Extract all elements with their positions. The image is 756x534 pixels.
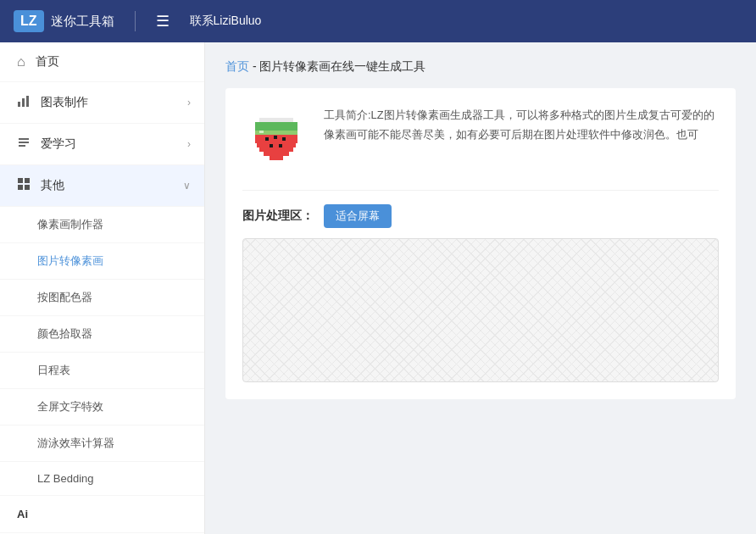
svg-rect-6 — [18, 178, 23, 183]
menu-icon[interactable]: ☰ — [156, 12, 170, 31]
svg-rect-18 — [259, 147, 293, 152]
sidebar-sub-item-label-fullscreen-text: 全屏文字特效 — [37, 400, 103, 413]
tool-icon-area — [242, 105, 310, 173]
sidebar-sub-item-fullscreen-text[interactable]: 全屏文字特效 — [0, 389, 204, 426]
content-card: 工具简介:LZ图片转像素画生成器工具，可以将多种格式的图片生成复古可爱的的像素画… — [225, 88, 736, 399]
svg-rect-20 — [270, 156, 283, 160]
sidebar-item-learning[interactable]: 爱学习 › — [0, 124, 204, 165]
svg-rect-11 — [259, 118, 293, 122]
header-contact: 联系LiziBuluo — [190, 14, 262, 29]
other-arrow-icon: ∨ — [183, 180, 191, 192]
processing-label-text: 图片处理区： — [242, 209, 314, 224]
sidebar-sub-item-btn-color[interactable]: 按图配色器 — [0, 280, 204, 316]
chart-icon — [17, 94, 31, 111]
logo-letters: LZ — [14, 10, 44, 32]
svg-rect-9 — [25, 185, 30, 190]
other-icon — [17, 177, 31, 194]
sidebar-item-home[interactable]: ⌂ 首页 — [0, 42, 204, 82]
svg-rect-19 — [264, 152, 289, 156]
fit-screen-button[interactable]: 适合屏幕 — [324, 204, 392, 228]
svg-rect-1 — [22, 98, 25, 107]
svg-rect-3 — [19, 138, 29, 140]
svg-rect-13 — [255, 126, 297, 131]
learning-arrow-icon: › — [187, 138, 191, 150]
sidebar-sub-item-label-swim-calc: 游泳效率计算器 — [37, 437, 114, 449]
logo-subtitle: 迷你工具箱 — [51, 14, 114, 30]
svg-rect-0 — [18, 102, 20, 107]
sidebar-item-other[interactable]: 其他 ∨ — [0, 165, 204, 207]
sidebar-sub-item-pixel-art[interactable]: 像素画制作器 — [0, 207, 204, 243]
svg-rect-4 — [19, 142, 29, 143]
processing-area: 图片处理区： 适合屏幕 — [242, 190, 719, 382]
sidebar-sub-item-label-color-picker: 颜色拾取器 — [37, 327, 92, 340]
sidebar-item-chart[interactable]: 图表制作 › — [0, 82, 204, 124]
home-icon: ⌂ — [17, 54, 25, 70]
canvas-area[interactable] — [242, 238, 719, 382]
svg-rect-12 — [255, 122, 297, 126]
sidebar-sub-item-label-pixel-art: 像素画制作器 — [37, 218, 103, 231]
watermelon-icon — [247, 109, 306, 169]
chart-arrow-icon: › — [187, 97, 191, 108]
sidebar-sub-item-label-img-to-pixel: 图片转像素画 — [37, 254, 103, 267]
sidebar-sub-item-lz-bedding[interactable]: LZ Bedding — [0, 462, 204, 496]
ai-label: Ai — [17, 508, 28, 520]
processing-label: 图片处理区： 适合屏幕 — [242, 204, 719, 228]
svg-rect-25 — [279, 144, 282, 147]
tool-description: 工具简介:LZ图片转像素画生成器工具，可以将多种格式的图片生成复古可爱的的像素画… — [324, 105, 719, 145]
svg-rect-16 — [255, 139, 297, 143]
sidebar-sub-item-swim-calc[interactable]: 游泳效率计算器 — [0, 426, 204, 462]
sidebar-item-label-chart: 图表制作 — [41, 95, 88, 110]
sidebar-sub-item-calendar[interactable]: 日程表 — [0, 353, 204, 389]
svg-rect-5 — [19, 145, 25, 147]
learning-icon — [17, 136, 31, 153]
sidebar: ⌂ 首页 图表制作 › 爱学习 › 其他 ∨ 像素画制作器 — [0, 42, 205, 534]
sidebar-sub-item-label-btn-color: 按图配色器 — [37, 291, 92, 303]
svg-rect-23 — [282, 137, 286, 141]
main-content: 首页 - 图片转像素画在线一键生成工具 — [205, 42, 756, 534]
svg-rect-2 — [26, 96, 29, 107]
breadcrumb-home[interactable]: 首页 — [225, 59, 249, 73]
tool-description-text: 工具简介:LZ图片转像素画生成器工具，可以将多种格式的图片生成复古可爱的的像素画… — [324, 108, 714, 141]
breadcrumb: 首页 - 图片转像素画在线一键生成工具 — [225, 59, 736, 75]
svg-rect-8 — [18, 185, 23, 190]
breadcrumb-current: 图片转像素画在线一键生成工具 — [259, 59, 425, 73]
sidebar-sub-item-label-calendar: 日程表 — [37, 364, 70, 376]
sidebar-sub-item-color-picker[interactable]: 颜色拾取器 — [0, 316, 204, 353]
sidebar-item-label-learning: 爱学习 — [41, 136, 76, 152]
logo-area: LZ 迷你工具箱 — [14, 10, 114, 32]
svg-rect-21 — [265, 137, 269, 141]
svg-rect-7 — [25, 178, 30, 183]
sidebar-item-label-home: 首页 — [36, 54, 59, 70]
svg-rect-26 — [259, 131, 264, 133]
header-divider — [135, 11, 136, 31]
main-layout: ⌂ 首页 图表制作 › 爱学习 › 其他 ∨ 像素画制作器 — [0, 42, 756, 534]
sidebar-sub-item-img-to-pixel[interactable]: 图片转像素画 — [0, 243, 204, 280]
sidebar-item-label-other: 其他 — [41, 178, 64, 193]
tool-info: 工具简介:LZ图片转像素画生成器工具，可以将多种格式的图片生成复古可爱的的像素画… — [242, 105, 719, 173]
header: LZ 迷你工具箱 ☰ 联系LiziBuluo — [0, 0, 756, 42]
svg-rect-17 — [257, 143, 296, 147]
ai-badge: Ai — [0, 496, 204, 533]
svg-rect-22 — [274, 136, 277, 139]
svg-rect-24 — [270, 144, 273, 147]
sidebar-sub-item-label-lz-bedding: LZ Bedding — [37, 472, 94, 485]
